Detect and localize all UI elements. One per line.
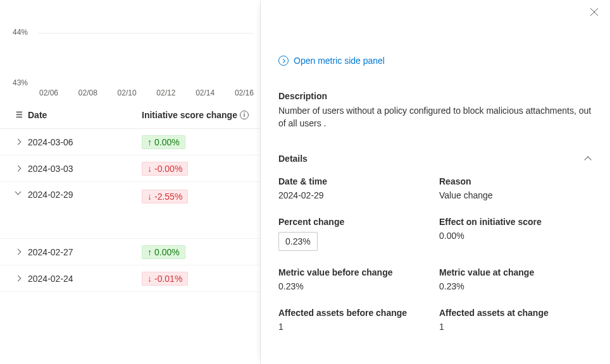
score-change-pill: -0.01%: [142, 272, 188, 286]
percent-change-tag: 0.23%: [278, 232, 318, 251]
row-date: 2024-03-03: [28, 164, 142, 174]
y-tick: 43%: [13, 78, 28, 87]
score-change-pill: 0.00%: [142, 245, 185, 259]
row-date: 2024-02-27: [28, 247, 142, 257]
list-icon[interactable]: ☰: [16, 111, 23, 119]
field-assets-before: Affected assets before change 1: [278, 308, 432, 332]
table-row[interactable]: 2024-02-24 -0.01%: [0, 265, 260, 292]
table-row[interactable]: 2024-03-03 -0.00%: [0, 155, 260, 182]
close-button[interactable]: [590, 8, 599, 18]
arrow-down-icon: [147, 274, 152, 284]
field-date-time: Date & time 2024-02-29: [278, 176, 432, 200]
details-grid: Date & time 2024-02-29 Reason Value chan…: [278, 176, 592, 332]
initiative-score-chart: 44% 43% 02/06 02/08 02/10 02/12 02/14 02…: [0, 0, 260, 101]
arrow-up-icon: [147, 247, 152, 257]
table-header: ☰ Date Initiative score change i: [0, 101, 260, 129]
x-tick: 02/08: [78, 88, 97, 97]
table-row-expanded[interactable]: 2024-02-29 -2.55%: [0, 182, 260, 239]
score-change-pill: -0.00%: [142, 162, 188, 176]
x-axis: 02/06 02/08 02/10 02/12 02/14 02/16: [39, 88, 254, 97]
row-date: 2024-02-29: [28, 190, 142, 200]
x-tick: 02/14: [196, 88, 215, 97]
table-row[interactable]: 2024-02-27 0.00%: [0, 239, 260, 265]
arrow-up-icon: [147, 137, 152, 147]
x-tick: 02/12: [156, 88, 175, 97]
score-change-pill: 0.00%: [142, 135, 185, 149]
score-change-pill: -2.55%: [142, 190, 188, 203]
details-panel: Open metric side panel Description Numbe…: [261, 0, 610, 364]
col-score-change-header[interactable]: Initiative score change i: [142, 110, 250, 120]
field-percent-change: Percent change 0.23%: [278, 217, 432, 251]
chevron-down-icon[interactable]: [15, 190, 23, 197]
open-metric-panel-link[interactable]: Open metric side panel: [278, 56, 592, 66]
field-reason: Reason Value change: [439, 176, 592, 200]
field-assets-at: Affected assets at change 1: [439, 308, 592, 332]
row-date: 2024-03-06: [28, 137, 142, 147]
info-icon[interactable]: i: [240, 111, 249, 119]
chevron-right-icon[interactable]: [15, 275, 23, 282]
details-toggle[interactable]: Details: [278, 154, 592, 164]
x-tick: 02/16: [235, 88, 254, 97]
description-text: Number of users without a policy configu…: [278, 105, 592, 130]
chart-gridline: [38, 33, 254, 33]
description-heading: Description: [278, 91, 592, 101]
arrow-down-icon: [147, 191, 152, 202]
x-tick: 02/06: [39, 88, 58, 97]
field-value-at: Metric value at change 0.23%: [439, 267, 592, 291]
x-tick: 02/10: [118, 88, 137, 97]
field-effect-score: Effect on initiative score 0.00%: [439, 217, 592, 251]
chevron-right-icon[interactable]: [15, 138, 23, 146]
y-tick: 44%: [13, 28, 28, 37]
chevron-right-icon[interactable]: [15, 248, 23, 256]
close-icon: [590, 8, 599, 16]
field-value-before: Metric value before change 0.23%: [278, 267, 432, 291]
arrow-down-icon: [147, 164, 152, 174]
chevron-right-icon[interactable]: [15, 165, 23, 173]
history-table: ☰ Date Initiative score change i 2024-03…: [0, 101, 260, 292]
chevron-right-circle-icon: [278, 56, 289, 66]
left-pane: 44% 43% 02/06 02/08 02/10 02/12 02/14 02…: [0, 0, 261, 364]
chevron-up-icon: [585, 155, 592, 162]
table-row[interactable]: 2024-03-06 0.00%: [0, 129, 260, 155]
row-date: 2024-02-24: [28, 274, 142, 284]
col-date-header[interactable]: Date: [28, 110, 142, 120]
